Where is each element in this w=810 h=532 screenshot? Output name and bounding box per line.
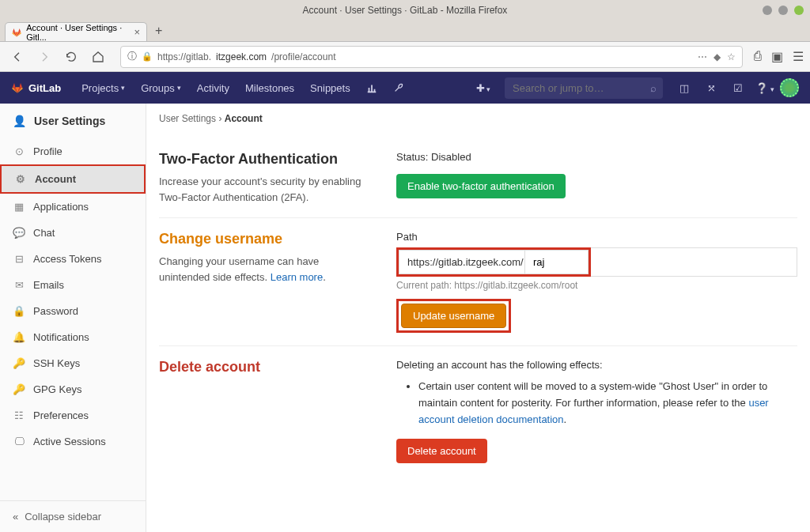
section-delete-account: Delete account Deleting an account has t…	[159, 346, 797, 476]
window-title: Account · User Settings · GitLab - Mozil…	[303, 5, 508, 16]
browser-tab-strip: Account · User Settings · Gitl... × +	[0, 20, 810, 42]
path-input-extend[interactable]	[591, 247, 797, 277]
breadcrumb: User Settings › Account	[159, 113, 797, 124]
gitlab-navbar: GitLab Projects Groups Activity Mileston…	[0, 72, 810, 104]
nav-activity[interactable]: Activity	[189, 82, 237, 94]
collapse-sidebar[interactable]: « Collapse sidebar	[0, 500, 146, 532]
forward-button[interactable]	[33, 46, 55, 68]
window-max-icon[interactable]	[778, 6, 788, 15]
account-icon: ⚙	[14, 173, 27, 185]
monitor-icon: 🖵	[13, 436, 25, 447]
search-icon[interactable]: ⌕	[650, 82, 657, 94]
tab-close-icon[interactable]: ×	[134, 26, 140, 38]
browser-toolbar: ⓘ 🔒 https://gitlab.itzgeek.com/profile/a…	[0, 42, 810, 72]
settings-sidebar: 👤 User Settings ⊙Profile ⚙Account ▦Appli…	[0, 104, 146, 532]
sidebar-item-account[interactable]: ⚙Account	[0, 164, 146, 194]
delete-effects-list: Certain user content will be moved to a …	[396, 379, 797, 428]
gitlab-logo[interactable]: GitLab	[11, 81, 61, 94]
home-button[interactable]	[87, 46, 109, 68]
twofa-heading: Two-Factor Authentication	[159, 151, 365, 168]
user-icon: 👤	[13, 115, 26, 127]
library-icon[interactable]: ⎙	[754, 49, 762, 64]
section-2fa: Two-Factor Authentication Increase your …	[159, 138, 797, 218]
delete-account-button[interactable]: Delete account	[396, 439, 487, 463]
nav-issues-icon[interactable]: ◫	[672, 82, 696, 94]
apps-icon: ▦	[13, 201, 25, 213]
delete-effect-item: Certain user content will be moved to a …	[418, 379, 797, 428]
nav-help-icon[interactable]: ❔	[753, 82, 777, 94]
sidebar-item-tokens[interactable]: ⊟Access Tokens	[0, 246, 146, 272]
url-scheme: https://gitlab.	[157, 51, 211, 62]
browser-tab[interactable]: Account · User Settings · Gitl... ×	[5, 22, 147, 41]
profile-icon: ⊙	[13, 145, 25, 157]
sidebar-item-password[interactable]: 🔒Password	[0, 298, 146, 324]
back-button[interactable]	[6, 46, 28, 68]
learn-more-link[interactable]: Learn more	[271, 271, 323, 283]
sidebar-item-emails[interactable]: ✉Emails	[0, 272, 146, 298]
window-min-icon[interactable]	[763, 6, 772, 15]
nav-wrench-icon[interactable]	[385, 82, 412, 93]
nav-chart-icon[interactable]	[358, 82, 385, 93]
window-titlebar: Account · User Settings · GitLab - Mozil…	[0, 0, 810, 20]
nav-groups[interactable]: Groups	[133, 82, 189, 94]
changeuser-heading: Change username	[159, 231, 365, 247]
nav-plus[interactable]: ✚	[471, 82, 495, 94]
update-username-button[interactable]: Update username	[401, 304, 506, 328]
gitlab-favicon-icon	[12, 27, 21, 38]
user-avatar[interactable]	[780, 78, 799, 97]
path-label: Path	[396, 231, 797, 243]
bell-icon: 🔔	[13, 331, 25, 343]
delete-heading: Delete account	[159, 359, 365, 375]
main-content: User Settings › Account Two-Factor Authe…	[146, 104, 810, 532]
bookmark-icon[interactable]: ☆	[727, 51, 736, 62]
section-change-username: Change username Changing your username c…	[159, 218, 797, 346]
key-icon: 🔑	[13, 357, 25, 369]
brand-label: GitLab	[28, 82, 61, 94]
breadcrumb-a[interactable]: User Settings	[159, 113, 216, 124]
tab-label: Account · User Settings · Gitl...	[26, 23, 129, 42]
sidebar-item-gpg[interactable]: 🔑GPG Keys	[0, 376, 146, 402]
sliders-icon: ☷	[13, 409, 25, 421]
reader-icon[interactable]: ◆	[713, 51, 721, 62]
info-icon[interactable]: ⓘ	[127, 50, 137, 63]
chat-icon: 💬	[13, 227, 25, 239]
url-bar[interactable]: ⓘ 🔒 https://gitlab.itzgeek.com/profile/a…	[120, 46, 743, 68]
key-icon: 🔑	[13, 383, 25, 395]
more-icon[interactable]: ⋯	[698, 51, 707, 62]
breadcrumb-b: Account	[225, 113, 263, 124]
chevron-left-icon: «	[13, 511, 18, 523]
url-domain: itzgeek.com	[216, 51, 267, 62]
new-tab-button[interactable]: +	[147, 21, 170, 41]
current-path: Current path: https://gitlab.itzgeek.com…	[396, 280, 797, 291]
twofa-desc: Increase your account's security by enab…	[159, 174, 365, 205]
sidebar-item-ssh[interactable]: 🔑SSH Keys	[0, 350, 146, 376]
enable-2fa-button[interactable]: Enable two-factor authentication	[396, 174, 566, 198]
sidebar-item-preferences[interactable]: ☷Preferences	[0, 402, 146, 428]
token-icon: ⊟	[13, 253, 25, 265]
sidebar-item-chat[interactable]: 💬Chat	[0, 220, 146, 246]
username-input[interactable]	[525, 250, 589, 274]
nav-snippets[interactable]: Snippets	[302, 82, 358, 94]
sidebar-item-sessions[interactable]: 🖵Active Sessions	[0, 428, 146, 455]
sidebar-item-notifications[interactable]: 🔔Notifications	[0, 324, 146, 350]
path-prefix: https://gitlab.itzgeek.com/	[399, 250, 525, 274]
lock-icon: 🔒	[13, 305, 25, 317]
twofa-status: Status: Disabled	[396, 151, 797, 163]
sidebar-icon[interactable]: ▣	[771, 49, 783, 64]
email-icon: ✉	[13, 279, 25, 291]
sidebar-header: 👤 User Settings	[0, 104, 146, 138]
lock-icon: 🔒	[142, 51, 153, 62]
changeuser-desc: Changing your username can have unintend…	[159, 254, 365, 285]
search-input[interactable]	[505, 77, 663, 99]
nav-projects[interactable]: Projects	[74, 82, 133, 94]
sidebar-item-applications[interactable]: ▦Applications	[0, 194, 146, 220]
nav-todo-icon[interactable]: ☑	[726, 82, 750, 94]
sidebar-item-profile[interactable]: ⊙Profile	[0, 138, 146, 164]
nav-merge-icon[interactable]: ⤱	[699, 82, 723, 94]
gitlab-logo-icon	[11, 81, 24, 94]
menu-icon[interactable]: ☰	[793, 49, 804, 64]
url-path: /profile/account	[271, 51, 335, 62]
reload-button[interactable]	[60, 46, 82, 68]
nav-milestones[interactable]: Milestones	[237, 82, 302, 94]
window-close-icon[interactable]	[794, 6, 804, 15]
